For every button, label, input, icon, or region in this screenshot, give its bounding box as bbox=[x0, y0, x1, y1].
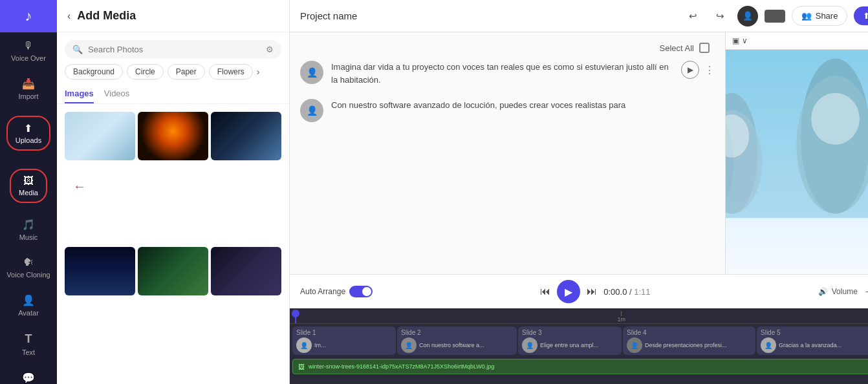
script-panel: Select All 👤 Imagina dar vida a tu proye… bbox=[290, 32, 725, 274]
tags-next-arrow[interactable]: › bbox=[257, 67, 260, 77]
media-thumb-3[interactable] bbox=[211, 112, 281, 160]
import-icon: 📥 bbox=[22, 78, 35, 90]
tag-circle[interactable]: Circle bbox=[127, 64, 164, 80]
avatar-icon: 👤 bbox=[22, 294, 35, 306]
slide-track: Slide 1 👤 Im... Slide 2 👤 Con nuestro so… bbox=[290, 324, 868, 357]
filter-icon[interactable]: ⚙ bbox=[266, 45, 274, 54]
skip-back-button[interactable]: ⏮ bbox=[540, 286, 550, 297]
logo-icon: ♪ bbox=[25, 8, 32, 25]
select-all-checkbox[interactable] bbox=[699, 43, 710, 53]
left-nav: ♪ 🎙 Voice Over 📥 Import ⬆ Uploads ← 🖼 Me… bbox=[0, 0, 57, 384]
share-label: Share bbox=[816, 11, 838, 21]
slide-block-2[interactable]: Slide 2 👤 Con nuestro software a... bbox=[397, 326, 517, 355]
topbar-icons: ↩ ↪ 👤 👥 Share ⬆ Export 🕐 bbox=[683, 6, 868, 27]
preview-image bbox=[726, 50, 868, 274]
current-time: 0:00.0 bbox=[603, 287, 627, 297]
tag-background[interactable]: Background bbox=[65, 64, 123, 80]
sidebar-item-import[interactable]: 📥 Import bbox=[0, 70, 57, 108]
tab-images[interactable]: Images bbox=[65, 85, 94, 103]
nav-label-voice-cloning: Voice Cloning bbox=[6, 271, 50, 279]
script-avatar-1: 👤 bbox=[300, 61, 323, 84]
sidebar-item-media[interactable]: 🖼 Media ← bbox=[0, 161, 57, 211]
preview-chevron-icon: ∨ bbox=[742, 36, 748, 45]
timeline-center: ⏮ ▶ ⏭ 0:00.0 / 1:11 bbox=[380, 280, 810, 303]
slide-block-3[interactable]: Slide 3 👤 Elige entre una ampl... bbox=[518, 326, 622, 355]
script-more-button-1[interactable]: ⋮ bbox=[704, 64, 715, 76]
tab-videos[interactable]: Videos bbox=[104, 85, 130, 103]
search-input[interactable] bbox=[88, 45, 261, 54]
media-thumb-6[interactable] bbox=[211, 247, 281, 295]
slide-4-thumb: 👤 bbox=[627, 337, 642, 353]
preview-topbar: ▣ ∨ bbox=[726, 32, 868, 50]
tag-flowers[interactable]: Flowers bbox=[209, 64, 253, 80]
share-icon: 👥 bbox=[801, 11, 812, 21]
media-thumb-1[interactable] bbox=[65, 112, 135, 160]
svg-rect-1 bbox=[726, 218, 868, 274]
undo-button[interactable]: ↩ bbox=[683, 6, 704, 27]
music-icon: 🎵 bbox=[22, 219, 35, 231]
select-all-label: Select All bbox=[660, 43, 694, 53]
slide-block-4[interactable]: Slide 4 👤 Desde presentaciones profesi..… bbox=[623, 326, 755, 355]
topbar: Project name ↩ ↪ 👤 👥 Share ⬆ Export 🕐 bbox=[290, 0, 868, 32]
slide-block-5[interactable]: Slide 5 👤 Gracias a la avanzada... bbox=[757, 326, 868, 355]
main-area: Project name ↩ ↪ 👤 👥 Share ⬆ Export 🕐 Se… bbox=[290, 0, 868, 384]
slide-1-content: 👤 Im... bbox=[296, 337, 392, 353]
media-track: 🖼 winter-snow-trees-9168141-idp75xATS7zM… bbox=[290, 357, 868, 376]
nav-label-music: Music bbox=[19, 233, 38, 241]
slide-4-content: 👤 Desde presentaciones profesi... bbox=[627, 337, 752, 353]
media-icon: 🖼 bbox=[23, 175, 34, 187]
slide-4-label: Slide 4 bbox=[627, 329, 752, 336]
logo[interactable]: ♪ bbox=[0, 0, 57, 32]
panel-title: Add Media bbox=[77, 9, 136, 23]
media-thumb-2[interactable] bbox=[138, 112, 208, 160]
slide-1-text: Im... bbox=[314, 342, 326, 348]
sidebar-item-music[interactable]: 🎵 Music bbox=[0, 211, 57, 249]
microphone-icon: 🎙 bbox=[23, 40, 34, 52]
preview-size-button[interactable]: ▣ ∨ bbox=[732, 36, 748, 45]
slide-5-content: 👤 Gracias a la avanzada... bbox=[761, 337, 868, 353]
sidebar-item-voice-over[interactable]: 🎙 Voice Over bbox=[0, 32, 57, 70]
zoom-control: − + bbox=[865, 287, 868, 297]
sidebar-item-text[interactable]: T Text bbox=[0, 325, 57, 364]
time-display: 0:00.0 / 1:11 bbox=[603, 287, 650, 297]
sidebar-item-chat[interactable]: 💬 bbox=[0, 364, 57, 384]
sidebar-item-voice-cloning[interactable]: 🗣 Voice Cloning bbox=[0, 249, 57, 286]
slide-block-1[interactable]: Slide 1 👤 Im... bbox=[292, 326, 396, 355]
zoom-out-button[interactable]: − bbox=[865, 287, 868, 297]
sidebar-item-avatar[interactable]: 👤 Avatar bbox=[0, 286, 57, 325]
slide-1-thumb: 👤 bbox=[296, 337, 312, 353]
slide-3-content: 👤 Elige entre una ampl... bbox=[522, 337, 618, 353]
add-media-panel: ‹ Add Media 🔍 ⚙ Background Circle Paper … bbox=[57, 0, 290, 384]
auto-arrange: Auto Arrange bbox=[300, 286, 373, 297]
ruler-1m-label: 1m bbox=[618, 316, 626, 323]
slide-2-content: 👤 Con nuestro software a... bbox=[401, 337, 513, 353]
script-controls-1: ▶ ⋮ bbox=[681, 61, 715, 79]
media-arrow: ← bbox=[73, 178, 86, 193]
image-file-icon: 🖼 bbox=[298, 363, 305, 370]
redo-button[interactable]: ↪ bbox=[710, 6, 731, 27]
panel-header: ‹ Add Media bbox=[57, 0, 289, 32]
play-pause-button[interactable]: ▶ bbox=[557, 280, 580, 303]
media-block-1[interactable]: 🖼 winter-snow-trees-9168141-idp75xATS7zM… bbox=[292, 359, 868, 374]
slide-2-thumb: 👤 bbox=[401, 337, 417, 353]
script-play-button-1[interactable]: ▶ bbox=[681, 61, 699, 79]
user-avatar[interactable]: 👤 bbox=[737, 6, 758, 27]
share-button[interactable]: 👥 Share bbox=[792, 6, 848, 26]
slide-5-thumb: 👤 bbox=[761, 337, 776, 353]
preview-panel: ▣ ∨ bbox=[725, 32, 868, 274]
total-time: 1:11 bbox=[634, 287, 650, 297]
media-thumb-5[interactable] bbox=[138, 247, 208, 295]
voice-cloning-icon: 🗣 bbox=[23, 257, 34, 268]
tags-row: Background Circle Paper Flowers › bbox=[57, 64, 289, 85]
select-all-row: Select All bbox=[300, 43, 715, 53]
auto-arrange-toggle[interactable] bbox=[349, 286, 373, 297]
playhead bbox=[295, 311, 296, 323]
back-button[interactable]: ‹ bbox=[67, 10, 71, 22]
tag-paper[interactable]: Paper bbox=[168, 64, 205, 80]
skip-forward-button[interactable]: ⏭ bbox=[587, 286, 597, 297]
media-thumb-4[interactable] bbox=[65, 247, 135, 295]
export-button[interactable]: ⬆ Export bbox=[854, 6, 868, 25]
slide-3-label: Slide 3 bbox=[522, 329, 618, 336]
layout-icon[interactable] bbox=[765, 10, 785, 23]
sidebar-item-uploads[interactable]: ⬆ Uploads ← bbox=[0, 108, 57, 158]
